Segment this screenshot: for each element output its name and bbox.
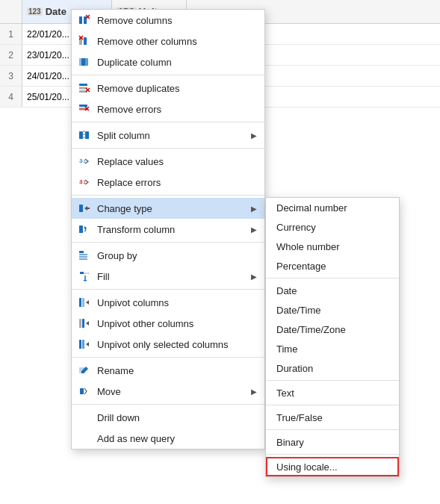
remove-columns-label: Remove columns xyxy=(97,15,257,26)
separator-6 xyxy=(72,289,264,290)
menu-item-remove-errors[interactable]: Remove errors xyxy=(72,99,264,119)
remove-duplicates-label: Remove duplicates xyxy=(97,83,257,94)
remove-errors-icon xyxy=(78,102,91,116)
svg-rect-20 xyxy=(79,131,83,139)
submenu-time[interactable]: Time xyxy=(266,339,399,358)
menu-item-unpivot-other-columns[interactable]: Unpivot other columns xyxy=(72,313,264,334)
unpivot-columns-label: Unpivot columns xyxy=(97,297,257,308)
submenu-date[interactable]: Date xyxy=(266,281,399,300)
date-time-label: Date/Time xyxy=(276,305,320,316)
menu-item-duplicate-column[interactable]: Duplicate column xyxy=(72,52,264,72)
decimal-number-label: Decimal number xyxy=(276,202,347,214)
menu-item-change-type[interactable]: Change type ▶ Decimal number Currency Wh… xyxy=(72,198,264,219)
separator-2 xyxy=(72,122,264,122)
svg-rect-39 xyxy=(82,340,84,349)
submenu-duration[interactable]: Duration xyxy=(266,358,399,378)
menu-item-group-by[interactable]: Group by xyxy=(72,245,264,266)
svg-rect-29 xyxy=(79,254,87,255)
menu-item-split-column[interactable]: Split column ▶ xyxy=(72,125,264,146)
menu-item-remove-columns[interactable]: Remove columns xyxy=(72,10,264,31)
submenu-binary[interactable]: Binary xyxy=(266,432,399,452)
fill-label: Fill xyxy=(97,271,245,282)
currency-label: Currency xyxy=(276,222,316,233)
change-type-icon xyxy=(78,202,91,215)
duplicate-column-label: Duplicate column xyxy=(97,57,257,68)
svg-marker-33 xyxy=(83,280,87,281)
transform-col-arrow: ▶ xyxy=(251,225,257,234)
row-num-2: 2 xyxy=(0,45,22,65)
row-num-3: 3 xyxy=(0,66,22,86)
add-as-new-query-label: Add as new query xyxy=(97,433,257,444)
unpivot-selected-icon xyxy=(78,337,91,351)
menu-item-transform-column[interactable]: Transform column ▶ xyxy=(72,219,264,240)
rename-icon xyxy=(78,364,91,377)
svg-rect-41 xyxy=(80,388,84,394)
submenu-whole-number[interactable]: Whole number xyxy=(266,237,399,256)
add-as-new-query-icon xyxy=(78,432,91,445)
svg-rect-5 xyxy=(84,37,87,45)
row-num-4: 4 xyxy=(0,87,22,107)
replace-errors-label: Replace errors xyxy=(97,177,257,188)
menu-item-replace-values[interactable]: a₂ Replace values xyxy=(72,151,264,172)
unpivot-other-icon xyxy=(78,317,91,330)
submenu-date-time[interactable]: Date/Time xyxy=(266,300,399,320)
remove-duplicates-icon xyxy=(78,81,91,95)
split-col-icon xyxy=(78,128,91,142)
menu-item-move[interactable]: Move ▶ xyxy=(72,381,264,402)
submenu-true-false[interactable]: True/False xyxy=(266,408,399,427)
move-arrow: ▶ xyxy=(251,388,257,396)
svg-rect-35 xyxy=(82,298,84,307)
svg-rect-34 xyxy=(79,298,81,307)
row-num-1: 1 xyxy=(0,24,22,44)
remove-other-columns-label: Remove other columns xyxy=(97,36,257,47)
submenu-using-locale[interactable]: Using locale... xyxy=(266,457,399,476)
submenu-sep-5 xyxy=(266,454,399,455)
menu-item-rename[interactable]: Rename xyxy=(72,360,264,381)
submenu-sep-1 xyxy=(266,278,399,279)
svg-rect-11 xyxy=(79,84,87,86)
menu-item-remove-duplicates[interactable]: Remove duplicates xyxy=(72,78,264,99)
drill-down-icon xyxy=(78,411,91,424)
unpivot-cols-icon xyxy=(78,296,91,309)
submenu-decimal-number[interactable]: Decimal number xyxy=(266,198,399,217)
remove-errors-label: Remove errors xyxy=(97,104,257,115)
context-menu: Remove columns Remove other columns Dupl… xyxy=(71,9,265,449)
menu-item-unpivot-columns[interactable]: Unpivot columns xyxy=(72,292,264,313)
submenu-text[interactable]: Text xyxy=(266,383,399,402)
text-label: Text xyxy=(276,388,294,399)
svg-rect-32 xyxy=(80,272,84,274)
fill-arrow: ▶ xyxy=(251,273,257,281)
menu-item-unpivot-only-selected[interactable]: Unpivot only selected columns xyxy=(72,334,264,355)
submenu-date-time-zone[interactable]: Date/Time/Zone xyxy=(266,320,399,339)
date-col-label: Date xyxy=(46,6,66,17)
date-label: Date xyxy=(276,285,297,296)
svg-rect-36 xyxy=(79,319,81,328)
using-locale-label: Using locale... xyxy=(276,461,338,473)
unpivot-other-columns-label: Unpivot other columns xyxy=(97,318,257,329)
menu-item-drill-down[interactable]: Drill down xyxy=(72,407,264,428)
menu-item-replace-errors[interactable]: a₂ Replace errors xyxy=(72,172,264,193)
submenu-sep-3 xyxy=(266,405,399,405)
submenu-currency[interactable]: Currency xyxy=(266,217,399,237)
svg-rect-25 xyxy=(79,205,83,212)
replace-errors-icon: a₂ xyxy=(78,175,91,189)
menu-item-add-as-new-query[interactable]: Add as new query xyxy=(72,428,264,449)
svg-rect-28 xyxy=(79,251,84,253)
duration-label: Duration xyxy=(276,363,313,374)
submenu-percentage[interactable]: Percentage xyxy=(266,256,399,276)
menu-item-remove-other-columns[interactable]: Remove other columns xyxy=(72,31,264,52)
group-by-icon xyxy=(78,249,91,262)
remove-other-cols-icon xyxy=(78,34,91,48)
drill-down-label: Drill down xyxy=(97,412,257,423)
separator-4 xyxy=(72,195,264,196)
menu-item-fill[interactable]: Fill ▶ xyxy=(72,266,264,287)
svg-rect-30 xyxy=(79,256,87,258)
date-time-zone-label: Date/Time/Zone xyxy=(276,324,346,335)
move-icon xyxy=(78,385,91,398)
change-type-submenu: Decimal number Currency Whole number Per… xyxy=(265,197,400,477)
split-column-label: Split column xyxy=(97,130,245,141)
submenu-sep-4 xyxy=(266,429,399,430)
true-false-label: True/False xyxy=(276,412,323,423)
replace-values-label: Replace values xyxy=(97,156,257,167)
svg-rect-37 xyxy=(82,319,84,328)
